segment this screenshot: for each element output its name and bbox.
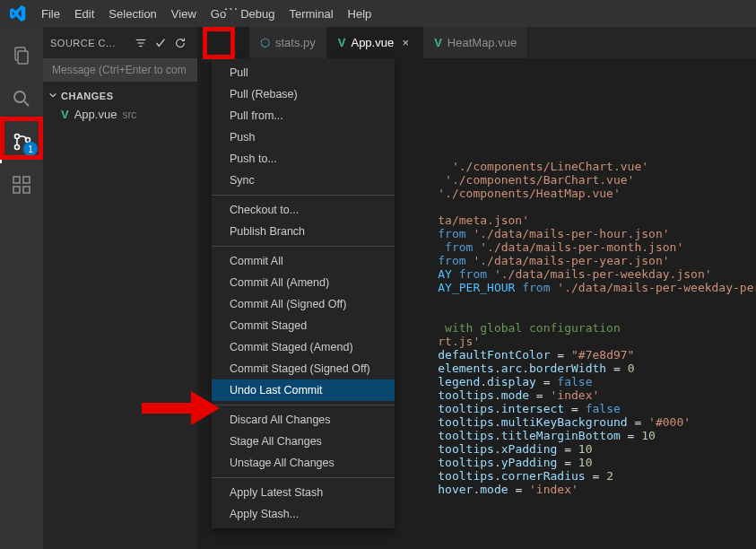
menu-stage-all-changes[interactable]: Stage All Changes: [212, 431, 395, 452]
svg-rect-9: [23, 187, 30, 193]
menu-discard-all-changes[interactable]: Discard All Changes: [212, 409, 395, 431]
changed-file[interactable]: V App.vue src: [43, 105, 197, 124]
menu-commit-all[interactable]: Commit All: [212, 250, 395, 272]
menu-commit-all-amend-[interactable]: Commit All (Amend): [212, 272, 395, 293]
menu-checkout-to-[interactable]: Checkout to...: [212, 199, 395, 221]
menu-commit-staged-signed-off-[interactable]: Commit Staged (Signed Off): [212, 358, 395, 379]
tab-stats-py[interactable]: ⬡stats.py: [249, 27, 327, 58]
menubar-selection[interactable]: Selection: [101, 0, 163, 27]
svg-point-2: [14, 92, 25, 102]
menu-separator: [212, 195, 395, 196]
more-actions-icon[interactable]: ···: [222, 3, 241, 22]
svg-point-4: [15, 135, 20, 139]
source-control-icon[interactable]: 1: [0, 120, 43, 163]
file-name: App.vue: [74, 108, 117, 121]
changes-label: CHANGES: [61, 91, 114, 101]
explorer-icon[interactable]: [0, 34, 43, 77]
menu-commit-staged[interactable]: Commit Staged: [212, 315, 395, 336]
refresh-icon[interactable]: [170, 33, 190, 53]
sidebar: SOURCE C... Message (Ctrl+Enter to com C…: [43, 27, 197, 549]
menu-apply-stash-[interactable]: Apply Stash...: [212, 503, 395, 525]
scm-badge: 1: [23, 142, 38, 156]
svg-rect-10: [23, 177, 30, 183]
close-icon[interactable]: ×: [399, 36, 412, 49]
chevron-down-icon: [48, 91, 57, 101]
extensions-icon[interactable]: [0, 163, 43, 206]
tab-label: HeatMap.vue: [448, 36, 517, 49]
menubar-terminal[interactable]: Terminal: [282, 0, 340, 27]
menubar-edit[interactable]: Edit: [67, 0, 101, 27]
svg-point-5: [15, 145, 20, 150]
menu-push[interactable]: Push: [212, 126, 395, 148]
menu-separator: [212, 246, 395, 247]
tab-label: App.vue: [351, 36, 394, 49]
menu-sync[interactable]: Sync: [212, 170, 395, 191]
menu-undo-last-commit[interactable]: Undo Last Commit: [212, 379, 395, 401]
menubar-help[interactable]: Help: [341, 0, 379, 27]
menu-publish-branch[interactable]: Publish Branch: [212, 221, 395, 242]
editor-tabs: ⬡stats.pyVApp.vue×VHeatMap.vue: [249, 27, 756, 58]
commit-icon[interactable]: [151, 33, 170, 53]
file-path: src: [122, 109, 136, 121]
svg-rect-8: [13, 187, 20, 193]
menubar: FileEditSelectionViewGoDebugTerminalHelp: [0, 0, 756, 27]
search-icon[interactable]: [0, 77, 43, 120]
menu-pull-rebase-[interactable]: Pull (Rebase): [212, 83, 395, 105]
sidebar-title: SOURCE C...: [50, 38, 131, 48]
menu-separator: [212, 405, 395, 405]
activitybar: 1: [0, 27, 43, 549]
python-file-icon: ⬡: [260, 36, 270, 49]
changes-section[interactable]: CHANGES: [43, 87, 197, 105]
vue-file-icon: V: [434, 36, 442, 49]
tab-label: stats.py: [275, 36, 316, 49]
svg-rect-7: [13, 177, 20, 183]
tab-heatmap-vue[interactable]: VHeatMap.vue: [423, 27, 528, 58]
tab-app-vue[interactable]: VApp.vue×: [327, 27, 423, 58]
scm-context-menu: PullPull (Rebase)Pull from...PushPush to…: [212, 58, 395, 528]
commit-message-input[interactable]: Message (Ctrl+Enter to com: [43, 58, 197, 82]
menu-separator: [212, 477, 395, 478]
sidebar-header: SOURCE C...: [43, 27, 197, 58]
vue-file-icon: V: [338, 36, 346, 49]
app-logo-icon: [7, 3, 29, 24]
menu-commit-all-signed-off-[interactable]: Commit All (Signed Off): [212, 293, 395, 315]
menu-unstage-all-changes[interactable]: Unstage All Changes: [212, 452, 395, 474]
svg-line-3: [24, 101, 29, 106]
svg-rect-1: [18, 51, 28, 64]
menu-apply-latest-stash[interactable]: Apply Latest Stash: [212, 482, 395, 503]
vue-file-icon: V: [61, 108, 69, 121]
menubar-file[interactable]: File: [34, 0, 67, 27]
menu-pull[interactable]: Pull: [212, 62, 395, 83]
menu-commit-staged-amend-[interactable]: Commit Staged (Amend): [212, 336, 395, 358]
menubar-view[interactable]: View: [164, 0, 204, 27]
filter-icon[interactable]: [131, 33, 151, 53]
menu-pull-from-[interactable]: Pull from...: [212, 105, 395, 126]
menu-push-to-[interactable]: Push to...: [212, 148, 395, 170]
